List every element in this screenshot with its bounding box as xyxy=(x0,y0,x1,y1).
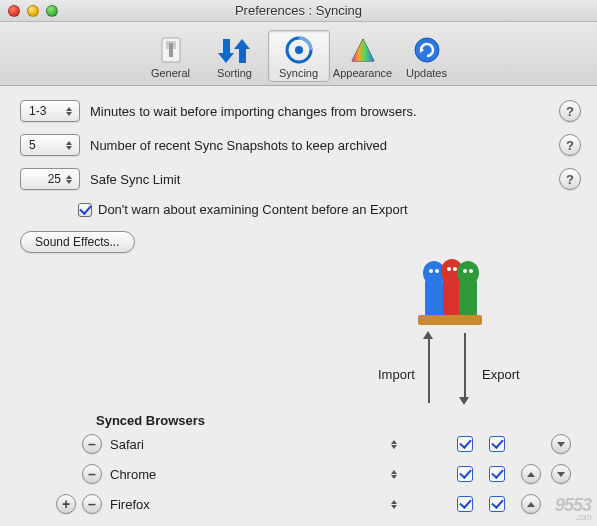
firefox-export-checkbox[interactable] xyxy=(489,496,505,512)
sound-effects-label: Sound Effects... xyxy=(35,235,120,249)
chrome-export-checkbox[interactable] xyxy=(489,466,505,482)
svg-rect-20 xyxy=(459,281,477,315)
add-browser-button[interactable]: + xyxy=(56,494,76,514)
chrome-import-checkbox[interactable] xyxy=(457,466,473,482)
toolbar-syncing-label: Syncing xyxy=(279,67,318,79)
import-arrow xyxy=(428,337,430,403)
sound-effects-button[interactable]: Sound Effects... xyxy=(20,231,135,253)
reorder-handle-icon[interactable] xyxy=(330,440,457,449)
firefox-move-up-button[interactable] xyxy=(521,494,541,514)
arrow-up-icon xyxy=(423,331,433,339)
safari-move-down-button[interactable] xyxy=(551,434,571,454)
watermark: 9553.com xyxy=(555,495,591,522)
appearance-icon xyxy=(348,33,378,67)
stepper-arrows-icon xyxy=(63,136,75,154)
stepper-arrows-icon xyxy=(63,170,75,188)
svg-marker-4 xyxy=(234,39,250,63)
reorder-handle-icon[interactable] xyxy=(330,500,457,509)
minutes-select[interactable]: 1-3 xyxy=(20,100,80,122)
safe-limit-value: 25 xyxy=(48,172,61,186)
browser-name: Firefox xyxy=(110,497,330,512)
snapshots-label: Number of recent Sync Snapshots to keep … xyxy=(90,138,387,153)
safari-export-checkbox[interactable] xyxy=(489,436,505,452)
updates-icon xyxy=(412,33,442,67)
toolbar-syncing[interactable]: Syncing xyxy=(268,30,330,82)
browser-name: Safari xyxy=(110,437,330,452)
export-arrow xyxy=(464,333,466,399)
safe-limit-label: Safe Sync Limit xyxy=(90,172,180,187)
minutes-label: Minutes to wait before importing changes… xyxy=(90,104,417,119)
window-titlebar: Preferences : Syncing xyxy=(0,0,597,22)
snapshots-value: 5 xyxy=(29,138,36,152)
help-minutes-button[interactable]: ? xyxy=(559,100,581,122)
svg-rect-16 xyxy=(443,279,461,315)
export-column-label: Export xyxy=(482,367,520,382)
content-panel: 1-3 Minutes to wait before importing cha… xyxy=(0,86,597,524)
snapshots-select[interactable]: 5 xyxy=(20,134,80,156)
svg-rect-2 xyxy=(169,43,173,57)
svg-point-21 xyxy=(463,269,467,273)
toolbar-updates-label: Updates xyxy=(406,67,447,79)
sort-icon xyxy=(218,33,252,67)
svg-point-6 xyxy=(295,46,303,54)
browsers-grid: – Safari – Chrome + – Firefox xyxy=(20,434,581,514)
svg-point-18 xyxy=(453,267,457,271)
safari-import-checkbox[interactable] xyxy=(457,436,473,452)
preferences-toolbar: General Sorting Syncing Appearance Updat… xyxy=(0,22,597,86)
arrow-down-icon xyxy=(459,397,469,405)
dont-warn-label: Don't warn about examining Content befor… xyxy=(98,202,408,217)
import-column-label: Import xyxy=(378,367,415,382)
svg-point-14 xyxy=(435,269,439,273)
window-title: Preferences : Syncing xyxy=(0,3,597,18)
toolbar-appearance[interactable]: Appearance xyxy=(332,30,394,82)
toolbar-sorting[interactable]: Sorting xyxy=(204,30,266,82)
help-snapshots-button[interactable]: ? xyxy=(559,134,581,156)
toolbar-general-label: General xyxy=(151,67,190,79)
svg-rect-10 xyxy=(418,315,482,325)
switch-icon xyxy=(157,33,185,67)
svg-point-22 xyxy=(469,269,473,273)
minutes-value: 1-3 xyxy=(29,104,46,118)
stepper-arrows-icon xyxy=(63,102,75,120)
svg-point-13 xyxy=(429,269,433,273)
chrome-move-down-button[interactable] xyxy=(551,464,571,484)
reorder-handle-icon[interactable] xyxy=(330,470,457,479)
toolbar-sorting-label: Sorting xyxy=(217,67,252,79)
synced-browsers-heading: Synced Browsers xyxy=(96,413,581,428)
firefox-import-checkbox[interactable] xyxy=(457,496,473,512)
toolbar-appearance-label: Appearance xyxy=(333,67,392,79)
toolbar-general[interactable]: General xyxy=(140,30,202,82)
chrome-move-up-button[interactable] xyxy=(521,464,541,484)
remove-safari-button[interactable]: – xyxy=(82,434,102,454)
svg-marker-3 xyxy=(218,39,234,63)
remove-firefox-button[interactable]: – xyxy=(82,494,102,514)
sync-illustration: Import Export xyxy=(20,253,581,413)
sync-icon xyxy=(284,33,314,67)
dont-warn-checkbox[interactable] xyxy=(78,203,92,217)
remove-chrome-button[interactable]: – xyxy=(82,464,102,484)
safe-limit-select[interactable]: 25 xyxy=(20,168,80,190)
people-sync-icon xyxy=(412,255,488,334)
svg-point-17 xyxy=(447,267,451,271)
help-safe-limit-button[interactable]: ? xyxy=(559,168,581,190)
toolbar-updates[interactable]: Updates xyxy=(396,30,458,82)
browser-name: Chrome xyxy=(110,467,330,482)
svg-rect-12 xyxy=(425,281,443,315)
